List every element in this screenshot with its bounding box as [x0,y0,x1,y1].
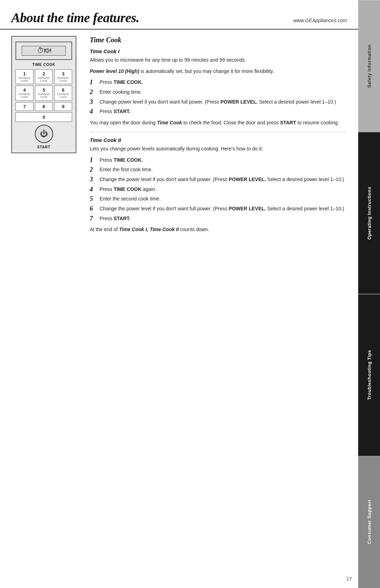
tc2-step-3: 3 Change the power level if you don't wa… [90,176,347,184]
left-column: ⏱🍽 TIME COOK 1 EXPRESS COOK 2 EXPRESS CO… [11,36,80,237]
keypad-row1: 1 EXPRESS COOK 2 EXPRESS COOK 3 EXPRESS … [15,69,72,84]
key-4[interactable]: 4 EXPRESS COOK [15,86,33,100]
start-power-icon: ⏻ [40,129,48,138]
section-title-time-cook: Time Cook [90,36,347,44]
website-url: www.GEAppliances.com [293,18,347,25]
keypad-row3: 7 8 9 [15,102,72,111]
tc1-step-4: 4 Press START. [90,108,347,116]
tc2-description: Lets you change power levels automatical… [90,145,347,153]
tc2-end-note: At the end of Time Cook I, Time Cook II … [90,226,347,234]
keypad-row2: 4 EXPRESS COOK 5 EXPRESS COOK 6 EXPRESS … [15,86,72,100]
tc1-step-2: 2 Enter cooking time. [90,88,347,96]
tc2-step-4: 4 Press TIME COOK again. [90,186,347,193]
main-content: About the time features. www.GEAppliance… [0,0,358,588]
tc1-steps: 1 Press TIME COOK. 2 Enter cooking time.… [90,79,347,116]
keypad-time-cook-label: TIME COOK [15,63,72,67]
start-btn-wrap: ⏻ [15,125,72,143]
page-number: 17 [346,576,352,582]
tc1-description: Allows you to microwave for any time up … [90,56,347,64]
header: About the time features. www.GEAppliance… [0,0,358,30]
keypad-display-inner: ⏱🍽 [22,46,66,56]
key-2[interactable]: 2 EXPRESS COOK [35,69,53,84]
body-columns: ⏱🍽 TIME COOK 1 EXPRESS COOK 2 EXPRESS CO… [0,36,358,237]
tab-operating[interactable]: Operating Instructions [358,132,380,294]
divider [90,132,347,132]
tc1-step-3: 3 Change power level if you don't want f… [90,98,347,106]
key-8[interactable]: 8 [35,102,53,111]
start-button-icon[interactable]: ⏻ [35,125,53,143]
microwave-icon: ⏱🍽 [37,47,51,55]
key-7[interactable]: 7 [15,102,33,111]
tc2-step-2: 2 Enter the first cook time. [90,166,347,174]
tc2-step-7: 7 Press START. [90,215,347,223]
tc2-step-1: 1 Press TIME COOK. [90,156,347,164]
keypad-box: ⏱🍽 TIME COOK 1 EXPRESS COOK 2 EXPRESS CO… [11,36,76,153]
tc1-door-note: You may open the door during Time Cook t… [90,119,347,127]
tc2-steps: 1 Press TIME COOK. 2 Enter the first coo… [90,156,347,223]
tab-safety[interactable]: Safety Information [358,0,380,132]
page-title: About the time features. [11,10,139,25]
keypad-display: ⏱🍽 [15,42,72,60]
tab-troubleshooting[interactable]: Troubleshooting Tips [358,294,380,456]
key-6[interactable]: 6 EXPRESS COOK [54,86,72,100]
key-0[interactable]: 0 [15,112,72,122]
key-1[interactable]: 1 EXPRESS COOK [15,69,33,84]
keypad-zero-row: 0 [15,112,72,122]
subsection-title-tc1: Time Cook I [90,48,347,54]
tc1-power-note: Power level 10 (High) is automatically s… [90,68,347,75]
tc2-step-6: 6 Change the power level if you don't wa… [90,205,347,213]
right-column: Time Cook Time Cook I Allows you to micr… [90,36,347,237]
start-label: START [15,145,72,149]
side-tabs: Safety Information Operating Instruction… [358,0,380,588]
key-5[interactable]: 5 EXPRESS COOK [35,86,53,100]
key-3[interactable]: 3 EXPRESS COOK [54,69,72,84]
key-9[interactable]: 9 [54,102,72,111]
tc2-step-5: 5 Enter the second cook time. [90,195,347,203]
tc1-step-1: 1 Press TIME COOK. [90,79,347,86]
subsection-title-tc2: Time Cook II [90,137,347,143]
tab-consumer[interactable]: Consumer Support [358,456,380,588]
